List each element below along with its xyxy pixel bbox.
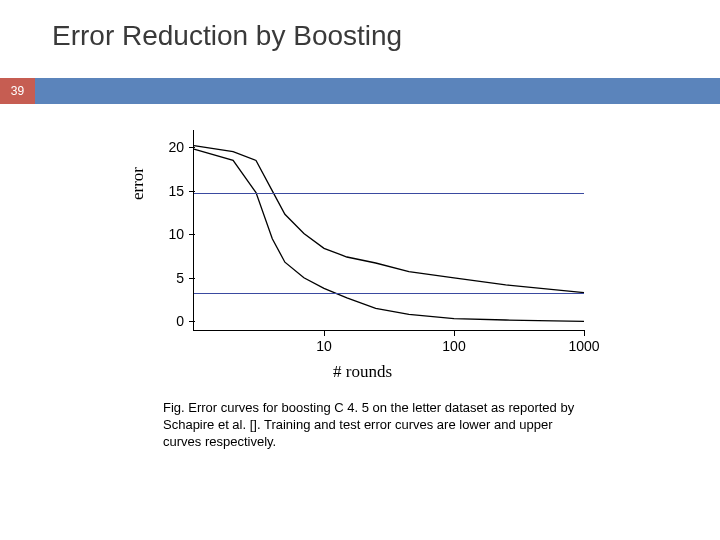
series-training_error_lower xyxy=(194,149,584,321)
header-band: 39 xyxy=(0,78,720,104)
reference-line xyxy=(194,193,584,194)
y-tick: 5 xyxy=(144,270,194,286)
chart-curves xyxy=(194,130,584,330)
x-tick: 10 xyxy=(294,330,354,354)
y-tick: 0 xyxy=(144,313,194,329)
plot-area: 05101520101001000 xyxy=(193,130,584,331)
page-title: Error Reduction by Boosting xyxy=(52,20,402,52)
x-tick: 1000 xyxy=(554,330,614,354)
slide: Error Reduction by Boosting 39 error # r… xyxy=(0,0,720,540)
y-tick: 20 xyxy=(144,139,194,155)
reference-line xyxy=(194,293,584,294)
x-axis-label: # rounds xyxy=(333,362,392,382)
x-tick: 100 xyxy=(424,330,484,354)
chart: error # rounds 05101520101001000 xyxy=(133,130,593,390)
y-tick: 10 xyxy=(144,226,194,242)
series-test_error_upper xyxy=(194,146,584,293)
figure-caption: Fig. Error curves for boosting C 4. 5 on… xyxy=(163,400,591,451)
y-tick: 15 xyxy=(144,183,194,199)
header-bar xyxy=(35,78,720,104)
slide-number-badge: 39 xyxy=(0,78,35,104)
